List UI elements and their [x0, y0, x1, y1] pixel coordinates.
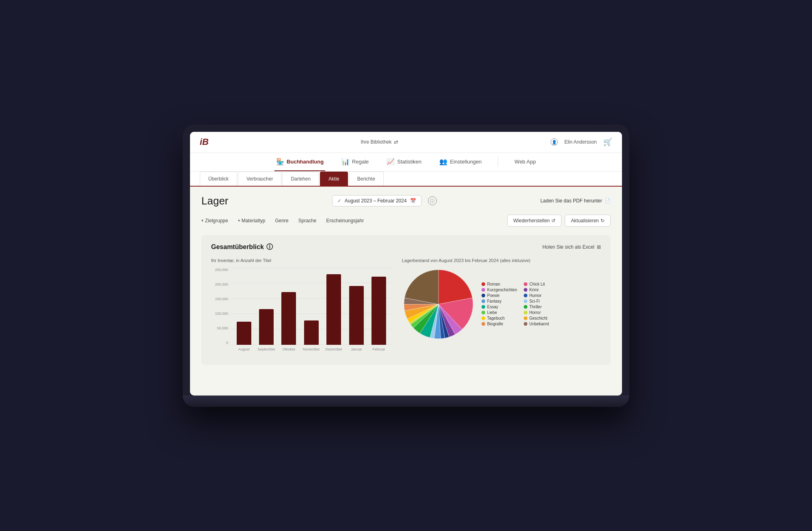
- restore-button[interactable]: Wiederherstellen ↺: [507, 215, 561, 227]
- legend-label: Kurzgeschichten: [487, 288, 517, 292]
- bar-chart-subtitle: Ihr Inventar, in Anzahl der Titel: [211, 258, 392, 263]
- store-icon: 🏪: [276, 158, 284, 166]
- charts-container: Ihr Inventar, in Anzahl der Titel 250,00…: [211, 258, 601, 357]
- bar-chart: 250,000 200,000 150,000 100,000 50,000 0: [211, 268, 392, 357]
- legend-label: Tagebuch: [487, 316, 505, 320]
- nav-regale[interactable]: 📊 Regale: [340, 153, 370, 171]
- stats-icon: 📈: [387, 158, 395, 166]
- legend-item-essay: Essay: [482, 305, 517, 309]
- page-header: Lager ✓ August 2023 – Februar 2024 📅 ⓘ L…: [201, 195, 611, 207]
- x-label-februar: Februar: [369, 346, 388, 357]
- nav-buchhandlung[interactable]: 🏪 Buchhandlung: [274, 153, 325, 171]
- legend-dot: [524, 305, 527, 309]
- overview-info-icon[interactable]: ⓘ: [266, 243, 273, 252]
- date-filter[interactable]: ✓ August 2023 – Februar 2024 📅: [332, 195, 421, 206]
- top-nav-center: Ihre Bibliothek ⇄: [361, 139, 398, 145]
- user-icon: 👤: [551, 138, 558, 146]
- y-label-50: 50,000: [217, 326, 228, 330]
- chevron-down-icon-2: ▾: [238, 218, 240, 223]
- tab-darlehen[interactable]: Darlehen: [282, 172, 319, 186]
- legend-item-tagebuch: Tagebuch: [482, 316, 517, 320]
- settings-icon: 👥: [439, 158, 447, 166]
- shelf-icon: 📊: [341, 158, 350, 166]
- bar-group: [369, 268, 388, 345]
- filter-materialtyp[interactable]: ▾ Materialtyp: [238, 218, 266, 224]
- nav-regale-label: Regale: [352, 159, 369, 165]
- overview-title-text: Gesamtüberblick: [211, 243, 264, 251]
- nav-webapp[interactable]: Web App: [513, 153, 538, 171]
- tab-berichte[interactable]: Berichte: [349, 172, 384, 186]
- info-button[interactable]: ⓘ: [428, 196, 437, 205]
- filter-erscheinungsjahr-label: Erscheinungsjahr: [326, 218, 364, 224]
- bars-area: [231, 268, 392, 345]
- update-button[interactable]: Aktualisieren ↻: [565, 215, 611, 227]
- legend-dot: [482, 288, 485, 292]
- filter-actions: Wiederherstellen ↺ Aktualisieren ↻: [507, 215, 611, 227]
- restore-label: Wiederherstellen: [513, 218, 550, 224]
- tab-ueberblick[interactable]: Überblick: [200, 172, 237, 186]
- legend-dot: [524, 299, 527, 303]
- tabs-row: Überblick Verbraucher Darlehen Aktie Ber…: [190, 172, 622, 187]
- legend-label: Unbekannt: [529, 322, 549, 326]
- nav-buchhandlung-label: Buchhandlung: [287, 159, 324, 165]
- y-label-0: 0: [226, 341, 228, 345]
- laptop-screen: iB Ihre Bibliothek ⇄ 👤 Elin Andersson 🛒 …: [190, 132, 622, 396]
- legend-item-krimi: Krimi: [524, 288, 559, 292]
- logo: iB: [200, 137, 209, 147]
- top-nav: iB Ihre Bibliothek ⇄ 👤 Elin Andersson 🛒: [190, 132, 622, 153]
- legend-item-biografie: Biografie: [482, 322, 517, 326]
- bar-group: [280, 268, 298, 345]
- tab-verbraucher[interactable]: Verbraucher: [238, 172, 281, 186]
- top-nav-right: 👤 Elin Andersson 🛒: [551, 138, 612, 146]
- y-label-100: 100,000: [215, 312, 228, 316]
- legend-item-poesie: Poesie: [482, 293, 517, 298]
- swap-icon: ⇄: [394, 139, 398, 145]
- legend-label: Liebe: [487, 310, 497, 315]
- legend-dot: [524, 282, 527, 286]
- nav-webapp-label: Web App: [514, 159, 536, 165]
- legend-dot: [482, 316, 485, 320]
- legend-dot: [482, 311, 485, 314]
- pdf-download-link[interactable]: Laden Sie das PDF herunter 📄: [540, 198, 611, 204]
- legend-item-sci-fi: Sci-Fi: [524, 299, 559, 303]
- filter-sprache[interactable]: Sprache: [298, 218, 317, 224]
- page-title: Lager: [201, 195, 229, 207]
- legend-dot: [524, 316, 527, 320]
- filter-erscheinungsjahr[interactable]: Erscheinungsjahr: [326, 218, 364, 224]
- filter-genre[interactable]: Genre: [275, 218, 288, 224]
- nav-einstellungen[interactable]: 👥 Einstellungen: [438, 153, 483, 171]
- legend-item-geschicht: Geschicht: [524, 316, 559, 320]
- chevron-down-icon: ▾: [201, 218, 203, 223]
- legend-item-thriller: Thriller: [524, 305, 559, 309]
- legend-item-unbekannt: Unbekannt: [524, 322, 559, 326]
- legend-label: Sci-Fi: [529, 299, 540, 303]
- bar-group: [302, 268, 320, 345]
- laptop-base: [183, 396, 629, 407]
- legend-dot: [482, 282, 485, 286]
- bar-group: [257, 268, 275, 345]
- date-range-label: August 2023 – Februar 2024: [345, 198, 407, 204]
- legend-dot: [524, 311, 527, 314]
- legend-dot: [524, 322, 527, 326]
- filter-zielgruppe-label: Zielgruppe: [205, 218, 228, 224]
- pie-legend: RomanChick LitKurzgeschichtenKrimiPoesie…: [482, 282, 559, 326]
- filter-zielgruppe[interactable]: ▾ Zielgruppe: [201, 218, 228, 224]
- overview-section: Gesamtüberblick ⓘ Holen Sie sich als Exc…: [201, 235, 611, 365]
- overview-header: Gesamtüberblick ⓘ Holen Sie sich als Exc…: [211, 243, 601, 252]
- filters-row: ▾ Zielgruppe ▾ Materialtyp Genre Sprache: [201, 215, 611, 227]
- legend-item-fantasy: Fantasy: [482, 299, 517, 303]
- y-label-250: 250,000: [215, 268, 228, 272]
- pie-chart-title: Lagerbestand von August 2023 bis Februar…: [402, 258, 601, 263]
- legend-label: Geschicht: [529, 316, 547, 320]
- pie-container: RomanChick LitKurzgeschichtenKrimiPoesie…: [402, 268, 601, 341]
- cart-icon: 🛒: [603, 138, 612, 146]
- bar-group: [347, 268, 365, 345]
- legend-dot: [482, 294, 485, 297]
- x-label-dezember: Dezember: [325, 346, 343, 357]
- check-icon: ✓: [337, 198, 341, 204]
- tab-aktie[interactable]: Aktie: [320, 172, 348, 186]
- nav-statistiken[interactable]: 📈 Statistiken: [385, 153, 423, 171]
- bar-november: [304, 320, 319, 344]
- x-label-oktober: Oktober: [280, 346, 298, 357]
- excel-download-link[interactable]: Holen Sie sich als Excel ⊞: [542, 244, 601, 250]
